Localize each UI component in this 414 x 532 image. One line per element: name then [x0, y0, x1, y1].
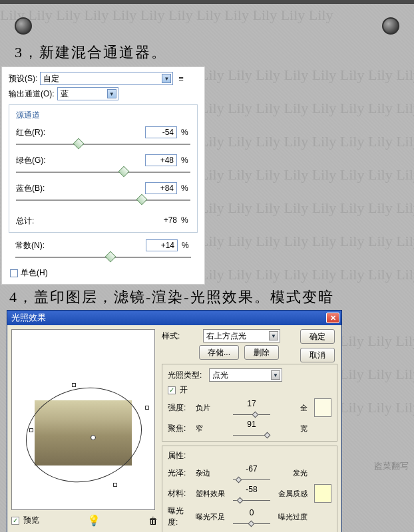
chevron-down-icon: ▼ — [269, 331, 278, 340]
material-slider[interactable] — [233, 494, 270, 502]
lighting-preview[interactable] — [11, 329, 155, 510]
preview-checkbox[interactable]: ✓ — [11, 517, 19, 525]
blue-label: 蓝色(B): — [16, 183, 45, 194]
ok-button[interactable]: 确定 — [300, 329, 335, 344]
intensity-slider[interactable] — [233, 408, 270, 416]
monochrome-checkbox[interactable]: 单色(H) — [9, 267, 198, 279]
intensity-right: 全 — [273, 403, 308, 413]
percent-label: % — [181, 215, 190, 227]
intensity-left: 负片 — [196, 403, 230, 413]
exposure-slider[interactable] — [233, 517, 270, 525]
material-label: 材料: — [168, 488, 193, 499]
gloss-right: 发光 — [273, 468, 308, 478]
preset-label: 预设(S): — [9, 73, 37, 84]
light-on-label: 开 — [180, 384, 188, 396]
light-handle[interactable] — [113, 483, 117, 487]
menu-icon[interactable]: ≡ — [178, 74, 184, 84]
save-style-button[interactable]: 存储... — [199, 345, 239, 360]
light-ellipse[interactable] — [16, 376, 152, 494]
light-on-checkbox[interactable]: ✓ — [168, 386, 176, 394]
light-handle[interactable] — [145, 406, 149, 410]
focus-value: 91 — [247, 420, 256, 429]
cancel-button[interactable]: 取消 — [300, 348, 335, 362]
percent-label: % — [181, 184, 190, 193]
percent-label: % — [181, 156, 190, 165]
source-channels-fieldset: 源通道 红色(R): -54 % 绿色(G): +48 % — [9, 104, 198, 233]
preview-label: 预览 — [23, 515, 39, 526]
blue-value-input[interactable]: +84 — [145, 182, 177, 194]
total-label: 总计: — [16, 215, 34, 227]
gloss-left: 杂边 — [196, 468, 230, 478]
focus-right: 宽 — [273, 424, 308, 434]
intensity-label: 强度: — [168, 402, 193, 414]
step-4-heading: 4，盖印图层，滤镜-渲染-光照效果。模式变暗 — [0, 285, 414, 310]
preset-value: 自定 — [43, 73, 59, 84]
material-right: 金属质感 — [273, 489, 308, 499]
total-value: +78 — [145, 215, 177, 227]
material-left: 塑料效果 — [196, 489, 230, 499]
delete-style-button[interactable]: 删除 — [244, 345, 279, 360]
slider-thumb[interactable] — [136, 194, 147, 205]
light-handle[interactable] — [72, 383, 76, 387]
gloss-label: 光泽: — [168, 467, 193, 479]
chevron-down-icon: ▼ — [107, 89, 116, 98]
style-label: 样式: — [162, 331, 199, 342]
green-value-input[interactable]: +48 — [145, 154, 177, 166]
focus-label: 聚焦: — [168, 423, 193, 434]
output-channel-select[interactable]: 蓝 ▼ — [57, 87, 118, 100]
exposure-label: 曝光度: — [168, 505, 193, 528]
slider-thumb[interactable] — [118, 166, 130, 178]
constant-value-input[interactable]: +14 — [146, 239, 178, 251]
chevron-down-icon: ▼ — [271, 370, 280, 380]
light-type-select[interactable]: 点光 ▼ — [209, 368, 282, 382]
exposure-value: 0 — [250, 508, 254, 517]
red-value-input[interactable]: -54 — [145, 126, 177, 138]
gloss-slider[interactable] — [233, 473, 270, 481]
output-channel-value: 蓝 — [61, 88, 69, 100]
channel-mixer-panel: 预设(S): 自定 ▼ ≡ 输出通道(O): 蓝 ▼ 源通道 红色(R): -5… — [1, 66, 205, 285]
percent-label: % — [182, 241, 191, 250]
material-value: -58 — [246, 485, 257, 494]
source-channels-title: 源通道 — [13, 110, 43, 121]
exposure-left: 曝光不足 — [196, 512, 230, 522]
style-select[interactable]: 右上方点光 ▼ — [203, 329, 280, 342]
step-3-heading: 3，新建混合通道器。 — [0, 4, 414, 66]
light-type-value: 点光 — [212, 370, 228, 381]
red-label: 红色(R): — [16, 127, 45, 138]
checkbox-icon — [10, 269, 18, 277]
output-channel-label: 输出通道(O): — [9, 88, 55, 100]
rivet-decoration — [15, 17, 32, 35]
trash-icon[interactable]: 🗑 — [148, 515, 158, 526]
exposure-right: 曝光过度 — [273, 512, 308, 522]
lightbulb-icon[interactable]: 💡 — [87, 514, 101, 527]
slider-thumb[interactable] — [104, 251, 116, 263]
rivet-decoration — [382, 17, 399, 35]
preset-select[interactable]: 自定 ▼ — [40, 72, 173, 85]
dialog-title: 光照效果 — [11, 312, 46, 324]
percent-label: % — [181, 128, 190, 137]
focus-left: 窄 — [196, 424, 230, 434]
green-label: 绿色(G): — [16, 155, 46, 166]
ambience-color-swatch[interactable] — [314, 484, 331, 503]
style-value: 右上方点光 — [206, 331, 246, 342]
lighting-effects-dialog: 光照效果 ✕ 确定 取消 ✓ 预览 — [7, 310, 342, 532]
light-center-handle[interactable] — [91, 435, 96, 440]
blue-slider[interactable] — [16, 196, 190, 205]
gloss-value: -67 — [246, 464, 257, 473]
close-button[interactable]: ✕ — [326, 313, 339, 323]
constant-label: 常数(N): — [15, 240, 45, 251]
light-color-swatch[interactable] — [314, 398, 331, 417]
focus-slider[interactable] — [233, 429, 270, 437]
chevron-down-icon: ▼ — [162, 74, 171, 83]
red-slider[interactable] — [16, 140, 190, 149]
constant-slider[interactable] — [15, 253, 191, 262]
properties-title: 属性: — [168, 450, 331, 462]
light-handle[interactable] — [29, 428, 33, 432]
dialog-titlebar: 光照效果 ✕ — [7, 311, 341, 325]
green-slider[interactable] — [16, 168, 190, 177]
monochrome-label: 单色(H) — [21, 267, 48, 279]
slider-thumb[interactable] — [73, 138, 85, 150]
light-type-label: 光照类型: — [168, 370, 205, 381]
intensity-value: 17 — [247, 399, 256, 408]
